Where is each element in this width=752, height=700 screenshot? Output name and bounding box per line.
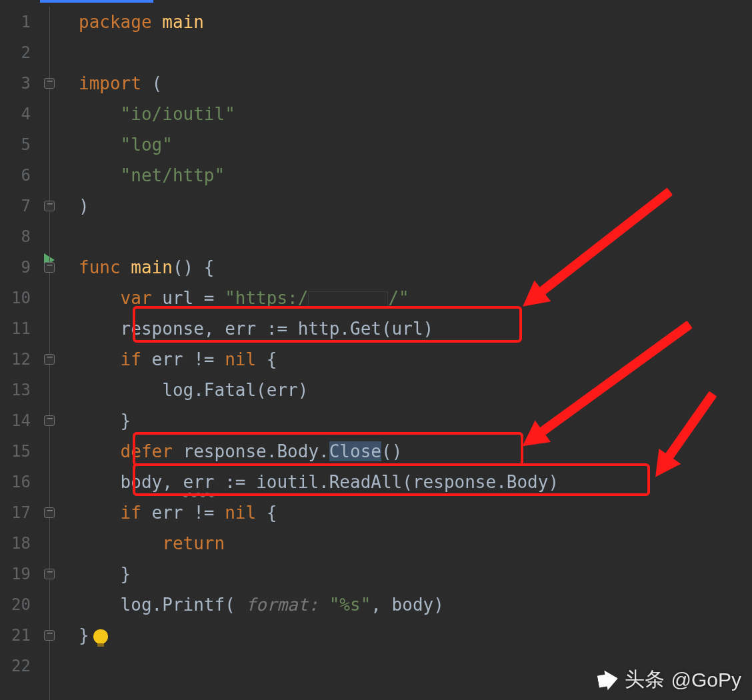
code-line: "log" (79, 129, 752, 160)
line-number: 11 (0, 313, 40, 344)
line-number: 13 (0, 375, 40, 405)
fold-toggle-icon[interactable] (44, 630, 55, 641)
line-number: 15 (0, 436, 40, 467)
redacted-segment (308, 291, 388, 307)
line-number: 6 (0, 160, 40, 191)
line-number: 3 (0, 68, 40, 99)
intention-bulb-icon[interactable] (93, 629, 108, 644)
line-number: 1 (0, 7, 40, 37)
code-line: var url = "https://" (79, 283, 752, 313)
code-line: return (79, 528, 752, 559)
code-line: if err != nil { (79, 497, 752, 528)
line-number: 22 (0, 651, 40, 681)
line-number: 9 (0, 252, 40, 283)
line-number: 19 (0, 559, 40, 589)
watermark-logo-icon (596, 668, 619, 691)
watermark: 头条 @GoPy (598, 666, 741, 693)
line-number: 14 (0, 405, 40, 436)
code-area[interactable]: package main import ( "io/ioutil" "log" … (79, 0, 752, 700)
fold-toggle-icon[interactable] (44, 262, 55, 273)
line-number: 8 (0, 221, 40, 252)
code-line: import ( (79, 68, 752, 99)
code-line (79, 37, 752, 68)
line-number: 17 (0, 497, 40, 528)
line-number: 10 (0, 283, 40, 313)
line-number: 4 (0, 99, 40, 129)
fold-toggle-icon[interactable] (44, 507, 55, 518)
fold-toggle-icon[interactable] (44, 415, 55, 426)
line-number: 2 (0, 37, 40, 68)
code-line: } (79, 559, 752, 589)
fold-toggle-icon[interactable] (44, 78, 55, 89)
watermark-prefix: 头条 (625, 666, 665, 693)
fold-gutter (40, 0, 79, 700)
code-line: if err != nil { (79, 344, 752, 375)
watermark-handle: @GoPy (671, 669, 741, 691)
code-line: log.Fatal(err) (79, 375, 752, 405)
code-line: ) (79, 191, 752, 221)
line-number: 18 (0, 528, 40, 559)
code-line: "io/ioutil" (79, 99, 752, 129)
line-number: 12 (0, 344, 40, 375)
code-line: body, err := ioutil.ReadAll(response.Bod… (79, 467, 752, 497)
fold-toggle-icon[interactable] (44, 201, 55, 211)
code-line (79, 221, 752, 252)
code-line: "net/http" (79, 160, 752, 191)
line-number: 5 (0, 129, 40, 160)
code-line: response, err := http.Get(url) (79, 313, 752, 344)
fold-toggle-icon[interactable] (44, 569, 55, 579)
code-line: package main (79, 7, 752, 37)
line-number: 16 (0, 467, 40, 497)
line-number: 7 (0, 191, 40, 221)
code-line: func main() { (79, 252, 752, 283)
code-line: log.Printf( format: "%s", body) (79, 589, 752, 620)
line-number: 20 (0, 589, 40, 620)
code-editor[interactable]: 1 2 3 4 5 6 7 8 9 10 11 12 13 14 15 16 1… (0, 0, 752, 700)
code-line: defer response.Body.Close() (79, 436, 752, 467)
fold-toggle-icon[interactable] (44, 354, 55, 365)
code-line: } (79, 620, 752, 651)
line-number-gutter: 1 2 3 4 5 6 7 8 9 10 11 12 13 14 15 16 1… (0, 0, 40, 700)
code-line: } (79, 405, 752, 436)
line-number: 21 (0, 620, 40, 651)
